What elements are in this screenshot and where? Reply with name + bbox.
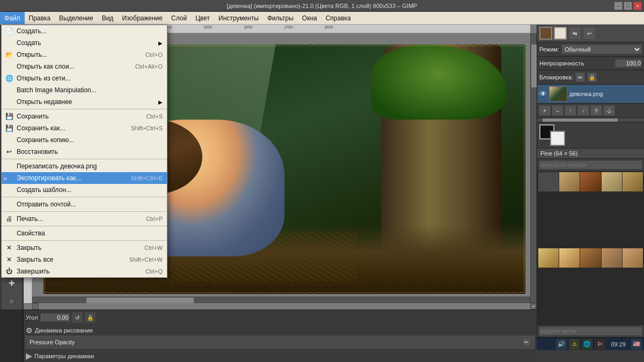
network-icon[interactable]: 🌐 [582,339,592,350]
brush-item-4[interactable] [602,172,622,191]
expand-icon[interactable]: ▶ [26,351,32,361]
brush-filter-input[interactable] [539,160,642,169]
dynamics-value: Pressure Opacity [30,339,75,345]
scrollbar-h-thumb[interactable] [86,298,194,303]
swap-colors-btn[interactable]: ⇆ [568,27,581,40]
dynamics-edit-btn[interactable]: ✏ [522,338,531,346]
batch-label: Batch Image Manipulation... [17,86,97,94]
menu-entry-send-email[interactable]: Отправить почтой... [2,198,167,210]
menu-tools[interactable]: Инструменты [214,12,263,24]
menu-entry-create[interactable]: Создать ▶ [2,37,167,49]
brush-item-2[interactable] [559,172,580,191]
mode-select[interactable]: Обычный [561,45,642,54]
flag-icon[interactable]: 🏳 [595,339,605,350]
angle-label: Угол [26,314,38,321]
lock-row: Блокировка: ✏ 🔒 [537,70,644,85]
menu-entry-open-recent[interactable]: Открыть недавнее ▶ [2,96,167,108]
brush-item-5[interactable] [623,172,643,191]
warning-icon[interactable]: ⚠ [569,339,580,350]
lock-pixels-btn[interactable]: ✏ [575,72,585,82]
reset-colors-btn[interactable]: ↩ [583,27,596,40]
menu-help[interactable]: Справка [321,12,355,24]
menu-entry-quit[interactable]: ⏻ Завершить Ctrl+Q [2,265,167,277]
separator-1 [2,109,167,109]
web-icon: 🌐 [4,75,14,82]
volume-icon[interactable]: 🔊 [556,339,567,350]
menu-entry-open[interactable]: 📂 Открыть... Ctrl+O [2,49,167,61]
ruler-mark-700: |700 [284,25,292,29]
background-swatch[interactable] [550,131,565,146]
dynamics-label: Динамика рисования [35,327,93,334]
layer-visibility-icon[interactable]: 👁 [539,90,547,98]
brush-item-3[interactable] [580,172,601,191]
menu-filters[interactable]: Фильтры [263,12,298,24]
menu-entry-export-as[interactable]: ▶ Экспортировать как... Shift+Ctrl+E [2,172,167,184]
menu-entry-save[interactable]: 💾 Сохранить Ctrl+S [2,110,167,122]
scroll-corner-btn[interactable] [32,303,39,309]
brush-item-1[interactable] [538,172,559,191]
tags-input[interactable] [539,327,642,336]
brush-item-6[interactable] [538,248,559,268]
menu-entry-create-template[interactable]: Создать шаблон... [2,184,167,196]
angle-lock-btn[interactable]: 🔒 [85,312,96,323]
lock-position-btn[interactable]: 🔒 [587,72,597,82]
flag-us-icon[interactable]: 🇺🇸 [631,339,642,350]
close-shortcut: Ctrl+W [144,245,163,251]
tool-dodge[interactable]: ○ [2,292,21,309]
menu-select[interactable]: Выделение [55,12,98,24]
menu-entry-open-as-layer[interactable]: Открыть как слои... Ctrl+Alt+O [2,61,167,72]
angle-input[interactable] [40,313,70,322]
menu-file[interactable]: Файл [0,12,25,24]
color-swatches [539,124,565,146]
angle-reset-btn[interactable]: ↺ [72,312,83,323]
layers-scrollbar[interactable] [537,118,644,122]
save-shortcut: Ctrl+S [146,113,163,120]
opacity-input[interactable] [615,59,642,68]
menu-entry-save-copy[interactable]: Сохранить копию... [2,134,167,146]
mode-row: Режим: Обычный [537,42,644,57]
lock-label: Блокировка: [539,74,573,80]
brush-item-10[interactable] [623,248,643,268]
close-button[interactable]: × [633,2,642,10]
menu-layer[interactable]: Слой [167,12,191,24]
brush-item-7[interactable] [559,248,580,268]
add-layer-btn[interactable]: + [539,105,551,116]
scrollbar-v-thumb[interactable] [531,45,537,87]
open-shortcut: Ctrl+O [145,51,163,58]
layers-scroll-thumb[interactable] [543,119,618,122]
tool-options-side [0,310,24,362]
layer-item[interactable]: 👁 девочка.png [537,85,644,104]
move-layer-up-btn[interactable]: ↑ [565,105,576,116]
menu-entry-open-from-web[interactable]: 🌐 Открыть из сети... [2,72,167,84]
menu-entry-batch[interactable]: Batch Image Manipulation... [2,84,167,96]
menu-entry-save-as[interactable]: 💾 Сохранить как... Shift+Ctrl+S [2,122,167,134]
menu-entry-overwrite[interactable]: Перезаписать девочка.png [2,160,167,172]
menu-edit[interactable]: Правка [25,12,55,24]
duplicate-layer-btn[interactable]: ⎘ [590,105,602,116]
menu-entry-revert[interactable]: ↩ Восстановить [2,146,167,158]
maximize-button[interactable]: □ [624,2,632,10]
menu-view[interactable]: Вид [98,12,118,24]
create-submenu-label: Создать... [17,27,47,35]
minimize-button[interactable]: – [614,2,623,10]
brush-item-8[interactable] [580,248,601,268]
menu-entry-close-all[interactable]: ✕ Закрыть все Shift+Ctrl+W [2,254,167,265]
menu-image[interactable]: Изображение [118,12,167,24]
scrollbar-vertical[interactable] [530,33,537,303]
nav-button[interactable]: + [530,303,537,309]
menu-entry-properties[interactable]: Свойства [2,227,167,239]
menu-entry-create-submenu[interactable]: 📄 Создать... [2,25,167,37]
move-layer-down-btn[interactable]: ↓ [577,105,589,116]
foreground-color[interactable] [539,27,552,40]
menu-color[interactable]: Цвет [191,12,214,24]
scrollbar-horizontal[interactable] [32,297,530,303]
title-bar: [девочка] (импортировано)-21.0 (Цвета RG… [0,0,644,12]
background-color[interactable] [554,27,567,40]
open-icon: 📂 [4,51,14,58]
anchor-layer-btn[interactable]: ⚓ [603,105,615,116]
delete-layer-btn[interactable]: – [552,105,564,116]
menu-entry-close[interactable]: ✕ Закрыть Ctrl+W [2,242,167,254]
menu-windows[interactable]: Окна [298,12,321,24]
menu-entry-print[interactable]: 🖨 Печать... Ctrl+P [2,213,167,225]
brush-item-9[interactable] [602,248,622,268]
